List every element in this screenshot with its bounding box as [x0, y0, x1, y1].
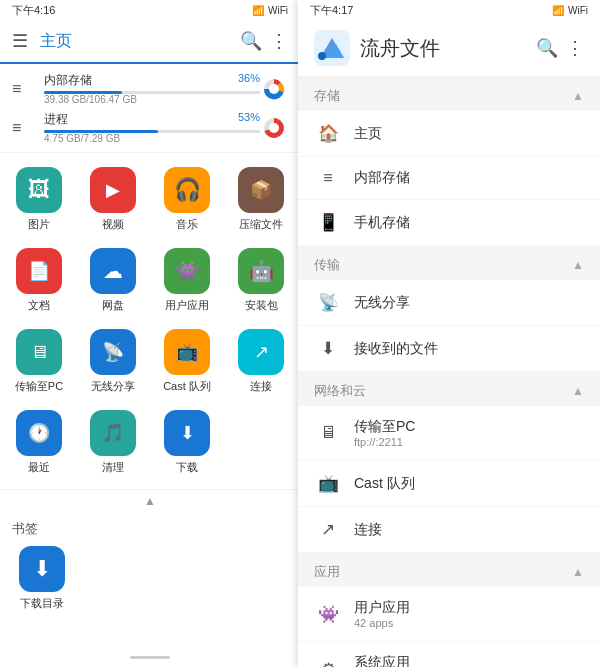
internal-storage-item[interactable]: ≡ 内部存储 36% 39.38 GB/106.47 GB	[12, 72, 288, 105]
download-label: 下载	[176, 460, 198, 475]
cast-queue-nav-label: Cast 队列	[354, 475, 415, 493]
nav-item-phone[interactable]: 📱 手机存储	[298, 200, 600, 246]
menu-icon[interactable]: ☰	[12, 30, 28, 52]
app-item-connect[interactable]: ↗ 连接	[226, 323, 296, 400]
nav-item-home[interactable]: 🏠 主页	[298, 111, 600, 157]
wifi-icon-right: WiFi	[568, 5, 588, 16]
sys-apps-nav-icon: ⚙	[314, 659, 342, 668]
storage-label: 内部存储 36%	[44, 72, 260, 89]
drawer-search-icon[interactable]: 🔍	[536, 37, 558, 59]
user-apps-nav-icon: 👾	[314, 604, 342, 625]
svg-point-3	[269, 123, 279, 133]
app-item-cast[interactable]: 📺 Cast 队列	[152, 323, 222, 400]
more-icon[interactable]: ⋮	[270, 30, 288, 52]
section-apps-chevron: ▲	[572, 565, 584, 579]
section-storage-label: 存储	[314, 87, 340, 105]
phone-nav-label: 手机存储	[354, 214, 410, 232]
storage-pie-chart	[260, 75, 288, 103]
app-item-docs[interactable]: 📄 文档	[4, 242, 74, 319]
nav-item-connect[interactable]: ↗ 连接	[298, 507, 600, 553]
nav-item-wireless-share[interactable]: 📡 无线分享	[298, 280, 600, 326]
nav-item-transfer-pc[interactable]: 🖥 传输至PC ftp://:2211	[298, 406, 600, 461]
userapps-icon: 👾	[164, 248, 210, 294]
docs-icon: 📄	[16, 248, 62, 294]
app-item-download[interactable]: ⬇ 下载	[152, 404, 222, 481]
app-item-video[interactable]: ▶ 视频	[78, 161, 148, 238]
app-item-archive[interactable]: 📦 压缩文件	[226, 161, 296, 238]
section-network-label: 网络和云	[314, 382, 366, 400]
apk-label: 安装包	[245, 298, 278, 313]
home-nav-label: 主页	[354, 125, 382, 143]
svg-point-7	[318, 52, 326, 60]
clean-label: 清理	[102, 460, 124, 475]
section-transfer-header: 传输 ▲	[298, 246, 600, 280]
process-pie-chart	[260, 114, 288, 142]
nav-item-cast-queue[interactable]: 📺 Cast 队列	[298, 461, 600, 507]
status-icons-right: 📶 WiFi	[552, 5, 588, 16]
app-item-music[interactable]: 🎧 音乐	[152, 161, 222, 238]
transfer-pc-nav-sub: ftp://:2211	[354, 436, 415, 448]
section-transfer-label: 传输	[314, 256, 340, 274]
home-indicator	[130, 656, 170, 659]
app-logo	[314, 30, 350, 66]
nav-item-internal[interactable]: ≡ 内部存储	[298, 157, 600, 200]
images-icon: 🖼	[16, 167, 62, 213]
storage-list-icon: ≡	[12, 80, 36, 98]
status-bar-left: 下午4:16 📶 WiFi	[0, 0, 300, 20]
section-transfer-chevron: ▲	[572, 258, 584, 272]
section-network-chevron: ▲	[572, 384, 584, 398]
nav-menu: 存储 ▲ 🏠 主页 ≡ 内部存储 📱 手机存储 传输 ▲ 📡 无线分享 ⬇ 接收…	[298, 77, 600, 667]
userapps-label: 用户应用	[165, 298, 209, 313]
app-item-apk[interactable]: 🤖 安装包	[226, 242, 296, 319]
search-icon[interactable]: 🔍	[240, 30, 262, 52]
recent-label: 最近	[28, 460, 50, 475]
user-apps-text: 用户应用 42 apps	[354, 599, 410, 629]
signal-icon: 📶	[252, 5, 264, 16]
process-item[interactable]: ≡ 进程 53% 4.75 GB/7.29 GB	[12, 111, 288, 144]
app-item-cloud[interactable]: ☁ 网盘	[78, 242, 148, 319]
drawer-app-title: 流舟文件	[360, 35, 440, 62]
bottom-bar-left	[0, 647, 300, 667]
nav-item-received[interactable]: ⬇ 接收到的文件	[298, 326, 600, 372]
app-item-clean[interactable]: 🎵 清理	[78, 404, 148, 481]
nav-item-sys-apps[interactable]: ⚙ 系统应用 272 apps	[298, 642, 600, 667]
section-network-header: 网络和云 ▲	[298, 372, 600, 406]
svg-point-1	[269, 84, 279, 94]
left-panel: 下午4:16 📶 WiFi ☰ 主页 🔍 ⋮ ≡ 内部存储 36% 39.38 …	[0, 0, 300, 667]
process-label: 进程 53%	[44, 111, 260, 128]
transfer-pc-icon: 🖥	[16, 329, 62, 375]
bookmark-downloads[interactable]: ⬇ 下载目录	[12, 546, 72, 611]
archive-icon: 📦	[238, 167, 284, 213]
time-right: 下午4:17	[310, 3, 353, 18]
bookmark-section: 书签 ⬇ 下载目录	[0, 512, 300, 647]
app-item-recent[interactable]: 🕐 最近	[4, 404, 74, 481]
app-item-transfer-pc[interactable]: 🖥 传输至PC	[4, 323, 74, 400]
app-item-images[interactable]: 🖼 图片	[4, 161, 74, 238]
wireless-label: 无线分享	[91, 379, 135, 394]
app-item-userapps[interactable]: 👾 用户应用	[152, 242, 222, 319]
recent-icon: 🕐	[16, 410, 62, 456]
app-grid: 🖼 图片 ▶ 视频 🎧 音乐 📦 压缩文件 📄 文档 ☁ 网盘 👾 用户应用 🤖	[0, 153, 300, 490]
archive-label: 压缩文件	[239, 217, 283, 232]
transfer-pc-text: 传输至PC ftp://:2211	[354, 418, 415, 448]
right-panel: 下午4:17 📶 WiFi 流舟文件 🔍 ⋮ 存储 ▲ 🏠 主页 ≡ 内部存	[298, 0, 600, 667]
drawer-more-icon[interactable]: ⋮	[566, 37, 584, 59]
expand-arrow[interactable]: ▲	[0, 490, 300, 512]
transfer-pc-nav-icon: 🖥	[314, 423, 342, 443]
wireless-share-nav-label: 无线分享	[354, 294, 410, 312]
connect-nav-icon: ↗	[314, 519, 342, 540]
received-nav-icon: ⬇	[314, 338, 342, 359]
apk-icon: 🤖	[238, 248, 284, 294]
section-apps-header: 应用 ▲	[298, 553, 600, 587]
nav-item-user-apps[interactable]: 👾 用户应用 42 apps	[298, 587, 600, 642]
status-icons-left: 📶 WiFi	[252, 5, 288, 16]
app-item-wireless[interactable]: 📡 无线分享	[78, 323, 148, 400]
drawer-header: 流舟文件 🔍 ⋮	[298, 20, 600, 77]
process-list-icon: ≡	[12, 119, 36, 137]
video-label: 视频	[102, 217, 124, 232]
sys-apps-nav-label: 系统应用	[354, 654, 410, 667]
internal-nav-icon: ≡	[314, 169, 342, 187]
cast-icon: 📺	[164, 329, 210, 375]
images-label: 图片	[28, 217, 50, 232]
clean-icon: 🎵	[90, 410, 136, 456]
